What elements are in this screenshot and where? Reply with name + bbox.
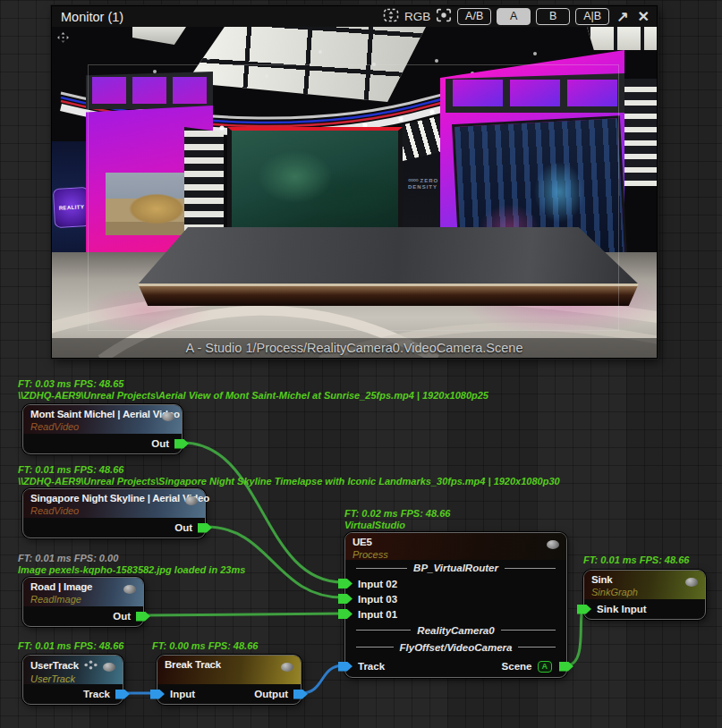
b-channel-button[interactable]: B bbox=[536, 8, 570, 25]
node-subtitle: ReadVideo bbox=[30, 421, 174, 432]
node-singapore-skyline[interactable]: Singapore Night Skyline | Aerial Video R… bbox=[22, 488, 206, 538]
node-break-track[interactable]: Break Track Input Output bbox=[157, 655, 302, 705]
port-row: Track bbox=[23, 684, 123, 704]
status-blob bbox=[685, 578, 698, 587]
section-virtualrouter: BP_VirtualRouter bbox=[345, 560, 566, 576]
ue5-stats: FT: 0.02 ms FPS: 48.66 bbox=[344, 508, 450, 519]
node-road-image[interactable]: Road | Image ReadImage Out bbox=[22, 577, 144, 627]
center-view-icon[interactable] bbox=[436, 8, 452, 26]
node-subtitle: SinkGraph bbox=[591, 587, 698, 597]
road-info: Image pexels-kqpho-1583582.jpg loaded in… bbox=[18, 564, 245, 575]
port-row: Sink Input bbox=[584, 599, 705, 619]
mont-info: \\ZDHQ-AER9\Unreal Projects\Aerial View … bbox=[18, 390, 488, 401]
scene-label: Scene bbox=[502, 661, 532, 672]
wire-breaktrack-to-track[interactable] bbox=[302, 665, 344, 693]
node-usertrack[interactable]: UserTrack UserTrack Track bbox=[22, 655, 123, 705]
status-blob bbox=[281, 663, 293, 672]
singapore-stats: FT: 0.01 ms FPS: 48.66 bbox=[18, 464, 123, 475]
section-flyoffset: FlyOffset/VideoCamera bbox=[345, 639, 566, 656]
input-port-label: Input bbox=[170, 689, 195, 699]
monitor-titlebar[interactable]: Monitor (1) RGB A/B A B A|B ↗ ✕ bbox=[52, 6, 657, 27]
fit-view-icon[interactable] bbox=[383, 8, 399, 26]
node-title: Road | Image bbox=[30, 580, 136, 594]
node-subtitle: UserTrack bbox=[30, 673, 115, 684]
monitor-viewport[interactable]: REALITY ∞∞ ZERO DENSITY bbox=[52, 27, 657, 358]
port-row: Input 01 bbox=[345, 606, 566, 622]
port-row: Input Output bbox=[157, 684, 301, 704]
node-subtitle: ReadVideo bbox=[30, 505, 198, 516]
status-blob bbox=[103, 663, 115, 672]
aib-split-button[interactable]: A|B bbox=[575, 8, 609, 25]
input02-label: Input 02 bbox=[358, 579, 397, 589]
node-title: Singapore Night Skyline | Aerial Video bbox=[30, 492, 198, 505]
node-subtitle: Process bbox=[353, 549, 559, 560]
monitor-title: Monitor (1) bbox=[61, 10, 123, 24]
node-header[interactable]: Sink SinkGraph bbox=[584, 571, 705, 599]
track-port[interactable] bbox=[338, 662, 353, 672]
usertrack-stats: FT: 0.01 ms FPS: 48.66 bbox=[18, 640, 123, 651]
out-port-label: Out bbox=[151, 438, 169, 449]
wire-singapore-to-input03[interactable] bbox=[206, 527, 343, 597]
node-header[interactable]: Mont Saint Michel | Aerial Video ReadVid… bbox=[23, 405, 182, 434]
node-header[interactable]: UserTrack UserTrack bbox=[23, 656, 123, 684]
input01-label: Input 01 bbox=[358, 609, 397, 620]
sink-stats: FT: 0.01 ms FPS: 48.66 bbox=[583, 554, 689, 565]
node-title: Break Track bbox=[165, 658, 293, 672]
rgb-mode-label[interactable]: RGB bbox=[404, 10, 430, 23]
node-header[interactable]: Singapore Night Skyline | Aerial Video R… bbox=[23, 489, 205, 518]
wire-road-to-input01[interactable] bbox=[144, 614, 343, 615]
section-realitycamera: RealityCamera0 bbox=[345, 622, 566, 639]
track-label: Track bbox=[358, 661, 385, 672]
auto-badge: A bbox=[538, 661, 553, 673]
sink-input-port[interactable] bbox=[577, 605, 591, 614]
input03-label: Input 03 bbox=[358, 594, 397, 605]
output-port-label: Output bbox=[254, 689, 288, 699]
status-blob bbox=[547, 540, 559, 549]
port-row: Out bbox=[23, 606, 143, 626]
monitor-caption: A - Studio 1/Process/RealityCamera0.Vide… bbox=[52, 338, 657, 358]
node-title: Sink bbox=[591, 573, 698, 587]
pan-cursor-icon bbox=[57, 30, 69, 47]
node-title: UE5 bbox=[353, 536, 559, 549]
input01-port[interactable] bbox=[338, 609, 353, 619]
monitor-window: Monitor (1) RGB A/B A B A|B ↗ ✕ bbox=[51, 5, 658, 359]
node-subtitle: ReadImage bbox=[30, 594, 136, 605]
road-stats: FT: 0.01 ms FPS: 0.00 bbox=[18, 553, 118, 563]
input03-port[interactable] bbox=[338, 594, 353, 604]
out-port-label: Out bbox=[174, 522, 192, 533]
port-row: Out bbox=[23, 434, 182, 453]
port-row: Input 03 bbox=[345, 591, 566, 606]
node-title: UserTrack bbox=[30, 659, 79, 673]
gamepad-icon bbox=[84, 660, 98, 673]
safe-area-frame bbox=[88, 64, 619, 331]
node-header[interactable]: Road | Image ReadImage bbox=[23, 578, 143, 606]
out-port-label: Out bbox=[113, 611, 131, 622]
breaktrack-stats: FT: 0.00 ms FPS: 48.66 bbox=[152, 640, 258, 651]
wire-mont-to-input02[interactable] bbox=[183, 443, 343, 582]
ab-compare-button[interactable]: A/B bbox=[457, 8, 491, 25]
status-blob bbox=[185, 496, 198, 505]
sink-input-label: Sink Input bbox=[597, 604, 647, 614]
ue5-info: VirtualStudio bbox=[344, 520, 405, 530]
input-port[interactable] bbox=[150, 690, 165, 699]
node-ue5-process[interactable]: UE5 Process BP_VirtualRouter Input 02 In… bbox=[344, 532, 567, 678]
mont-stats: FT: 0.03 ms FPS: 48.65 bbox=[18, 378, 123, 389]
node-sink[interactable]: Sink SinkGraph Sink Input bbox=[583, 570, 706, 620]
port-row: Track Scene A bbox=[345, 656, 566, 677]
wire-scene-to-sink[interactable] bbox=[567, 608, 584, 665]
status-blob bbox=[162, 412, 174, 421]
node-mont-saint-michel[interactable]: Mont Saint Michel | Aerial Video ReadVid… bbox=[22, 404, 183, 454]
popout-icon[interactable]: ↗ bbox=[615, 10, 630, 24]
singapore-info: \\ZDHQ-AER9\Unreal Projects\Singapore Ni… bbox=[18, 476, 560, 487]
node-title: Mont Saint Michel | Aerial Video bbox=[30, 408, 174, 421]
close-icon[interactable]: ✕ bbox=[636, 10, 651, 24]
port-row: Out bbox=[23, 518, 205, 538]
input02-port[interactable] bbox=[338, 579, 353, 588]
a-channel-button[interactable]: A bbox=[497, 8, 531, 25]
port-row: Input 02 bbox=[345, 576, 566, 591]
track-port-label: Track bbox=[83, 689, 110, 699]
node-header[interactable]: Break Track bbox=[157, 656, 301, 684]
node-header[interactable]: UE5 Process bbox=[345, 533, 566, 560]
status-blob bbox=[123, 585, 136, 594]
